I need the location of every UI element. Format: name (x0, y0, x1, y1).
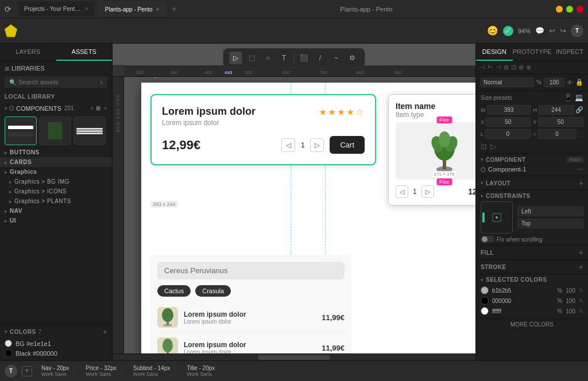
bottom-nav-label: Nav - 20px (41, 365, 69, 371)
blend-mode-select[interactable]: Normal (481, 77, 534, 87)
zoom-level[interactable]: 94% (518, 28, 531, 34)
item-qty-increase[interactable]: ▷ (421, 185, 434, 198)
tag-cactus[interactable]: Cactus (157, 285, 191, 297)
tab-projects[interactable]: Projects - Your Pento - Pento × (18, 2, 94, 17)
bottom-price-item: Price - 32px Work Sans (81, 365, 121, 377)
pento-logo (5, 25, 17, 37)
product-card[interactable]: Lorem ipsum dolor Lorem ipsum dolor ★★★★… (150, 94, 376, 165)
add-color-btn[interactable]: + (103, 327, 107, 336)
section-buttons[interactable]: ▸ BUTTONS (0, 147, 112, 157)
bottom-title-sub: Work Sans (187, 371, 212, 377)
add-fill-btn[interactable]: + (579, 248, 583, 257)
play-btn[interactable]: ▷ (490, 142, 496, 151)
tab-close-active-icon[interactable]: × (156, 6, 160, 13)
group-icon[interactable]: ⊕ (519, 64, 524, 71)
add-layout-btn[interactable]: + (579, 178, 583, 188)
close-button[interactable] (577, 6, 583, 13)
ellipse-tool[interactable]: ○ (262, 52, 274, 64)
h-constraint-select[interactable]: Left (517, 207, 583, 216)
y-input[interactable]: 50 (538, 117, 583, 127)
rotation-input[interactable]: 0 (485, 129, 531, 139)
color-edit-2[interactable]: ✎ (579, 298, 583, 304)
visibility-icon[interactable]: 👁 (567, 79, 573, 86)
section-nav[interactable]: ▸ NAV (0, 206, 112, 216)
size-presets-label[interactable]: Size presets (481, 95, 562, 101)
section-graphics-plants[interactable]: ▸ Graphics > PLANTS (0, 196, 112, 206)
new-tab-button[interactable]: + (172, 4, 177, 14)
component-more-btn[interactable]: ⋯ (577, 165, 583, 173)
components-chevron[interactable]: ▾ (5, 106, 7, 111)
fix-scroll-label: Fix when scrolling (497, 236, 542, 243)
bottom-subtext-sub: Work Sans (133, 371, 158, 377)
section-graphics[interactable]: ▸ Graphics (0, 167, 112, 177)
frame-tool[interactable]: ⬚ (246, 52, 258, 64)
width-input[interactable]: 393 (487, 105, 531, 115)
add-component-btn[interactable]: + (103, 104, 107, 112)
expand-icon[interactable]: ⬚ (578, 130, 583, 138)
layers-tab[interactable]: LAYERS (0, 44, 56, 61)
section-graphics-bg[interactable]: ▸ Graphics > BG IMG (0, 177, 112, 186)
prototype-tab[interactable]: PROTOTYPE (513, 44, 552, 61)
undo-icon[interactable]: ↩ (549, 26, 555, 35)
comment-icon[interactable]: 💬 (535, 26, 544, 35)
curve-tool[interactable]: ~ (330, 52, 343, 64)
more-colors-btn[interactable]: MORE COLORS (476, 318, 588, 330)
color-edit-1[interactable]: ✎ (579, 287, 583, 294)
select-tool[interactable]: ▷ (230, 52, 242, 64)
filter-icon[interactable]: ≡ (100, 79, 103, 85)
libraries-label[interactable]: LIBRARIES (11, 65, 44, 72)
component-name: Component-1 (488, 166, 574, 173)
add-to-cart-btn[interactable]: Cart (330, 136, 365, 154)
fix-scroll-toggle[interactable] (481, 236, 494, 243)
link-proportions-icon[interactable]: 🔗 (575, 106, 583, 114)
grid-view-btn[interactable]: ⊞ (96, 105, 100, 111)
section-ui[interactable]: ▸ UI (0, 216, 112, 226)
maximize-button[interactable] (566, 6, 573, 13)
height-input[interactable]: 244 (538, 105, 574, 115)
opacity-input[interactable]: 100 (544, 77, 564, 87)
tab-plants-app[interactable]: Plants-app - Pento × (99, 2, 166, 17)
plant-price-1: 11,99€ (322, 313, 345, 322)
qty-decrease-btn[interactable]: ◁ (281, 138, 295, 152)
mobile-icon[interactable]: 📱 (564, 94, 572, 102)
item-panel: Item name Item type × (388, 94, 475, 205)
plant-search[interactable]: Cereus Peruvianus (157, 262, 345, 279)
settings-tool[interactable]: ⚙ (346, 52, 359, 64)
v-constraint-select[interactable]: Top (517, 219, 583, 228)
radius-input[interactable]: 0 (537, 129, 577, 139)
redo-icon[interactable]: ↪ (560, 26, 566, 35)
plant-sub-2: Lorem ipsum dolor (184, 349, 316, 354)
fit-view-btn[interactable]: ⊡ (481, 142, 487, 151)
pen-tool[interactable]: / (314, 52, 327, 64)
text-tool[interactable]: T (278, 52, 291, 64)
color-edit-3[interactable]: ✎ (579, 308, 583, 314)
desktop-icon[interactable]: 💻 (575, 94, 583, 102)
image-tool[interactable]: ⬛ (298, 52, 311, 64)
assets-tab[interactable]: ASSETS (56, 44, 113, 61)
x-input[interactable]: 50 (485, 117, 531, 127)
inspect-tab[interactable]: INSPECT (551, 44, 588, 61)
more-icon[interactable]: ⊗ (526, 64, 531, 71)
section-cards[interactable]: ▸ CARDS (0, 157, 112, 167)
align-left-icon[interactable]: ⊣ (479, 64, 485, 71)
design-tab[interactable]: DESIGN (476, 44, 513, 61)
item-qty-decrease[interactable]: ◁ (396, 185, 408, 198)
opacity-icon: % (536, 79, 541, 85)
tab-close-icon[interactable]: × (85, 6, 88, 12)
thumb-card-1[interactable] (5, 116, 37, 145)
align-right-icon[interactable]: ⊣ (496, 64, 501, 71)
distribute-icon[interactable]: ⊞ (504, 64, 509, 71)
search-input[interactable] (18, 79, 98, 85)
qty-increase-btn[interactable]: ▷ (310, 138, 324, 152)
lock-icon[interactable]: 🔒 (575, 79, 583, 86)
add-stroke-btn[interactable]: + (579, 262, 583, 271)
color-hex-2: 000000 (492, 298, 554, 304)
section-graphics-icons[interactable]: ▸ Graphics > ICONS (0, 186, 112, 196)
list-view-btn[interactable]: ≡ (91, 105, 94, 111)
align-center-icon[interactable]: ⊢ (488, 64, 493, 71)
thumb-card-3[interactable] (74, 116, 106, 145)
tag-crasula[interactable]: Crasula (195, 285, 231, 297)
delete-icon[interactable]: ⊡ (511, 64, 516, 71)
thumb-card-2[interactable] (39, 116, 71, 145)
minimize-button[interactable] (556, 6, 563, 13)
